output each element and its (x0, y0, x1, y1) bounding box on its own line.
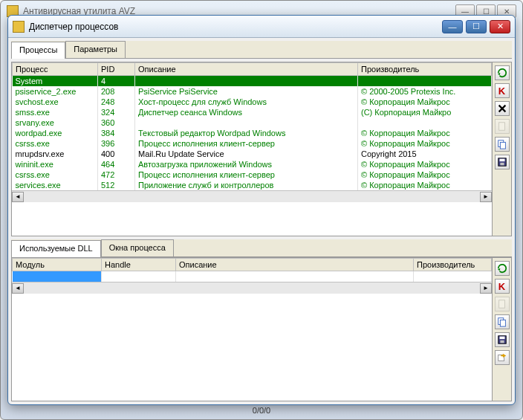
doc-icon (495, 297, 510, 311)
cell-name: System (13, 76, 98, 87)
process-row[interactable]: psiservice_2.exe208PsiService PsiService… (13, 86, 492, 97)
cell-vendor: © Корпорация Майкрос (358, 138, 492, 149)
cell-vendor (358, 76, 492, 87)
process-row[interactable]: srvany.exe360 (13, 117, 492, 128)
close-button[interactable]: ✕ (490, 20, 510, 33)
cell-name: mrupdsrv.exe (13, 149, 98, 159)
cell-desc: Mail.Ru Update Service (135, 149, 358, 159)
cell-name: csrss.exe (13, 169, 98, 180)
save-icon[interactable] (495, 155, 510, 169)
process-row[interactable]: csrss.exe396Процесс исполнения клиент-се… (13, 138, 492, 149)
cell-vendor: © Корпорация Майкрос (358, 128, 492, 138)
cell-pid: 4 (98, 76, 135, 87)
tab-top-1[interactable]: Параметры (65, 41, 126, 58)
cell-name: srvany.exe (13, 117, 98, 128)
cell-name: csrss.exe (13, 138, 98, 149)
copy-icon[interactable] (495, 137, 510, 152)
cell-desc: Автозагрузка приложений Windows (135, 159, 358, 169)
col-desc[interactable]: Описание (135, 63, 358, 76)
svg-rect-4 (499, 159, 504, 162)
cell-name: svchost.exe (13, 97, 98, 107)
col-dll-desc[interactable]: Описание (176, 259, 414, 271)
export-icon[interactable] (495, 350, 510, 365)
process-table: Процесс PID Описание Производитель Syste… (12, 62, 492, 190)
dll-table: Модуль Handle Описание Производитель (12, 258, 492, 282)
cell-vendor: © Корпорация Майкрос (358, 97, 492, 107)
cell-vendor: (C) Корпорация Майкро (358, 107, 492, 117)
refresh-icon[interactable] (495, 261, 510, 276)
maximize-button[interactable]: ☐ (466, 20, 487, 33)
process-row[interactable]: wordpad.exe384Текстовый редактор Wordpad… (13, 128, 492, 138)
cell-vendor: © Корпорация Майкрос (358, 159, 492, 169)
kill-icon[interactable] (495, 101, 510, 116)
col-vendor[interactable]: Производитель (358, 63, 492, 76)
dll-row[interactable] (13, 271, 492, 282)
tab-bottom-1[interactable]: Окна процесса (101, 239, 174, 256)
process-row[interactable]: csrss.exe472Процесс исполнения клиент-се… (13, 169, 492, 180)
cell-desc: Процесс исполнения клиент-сервер (135, 169, 358, 180)
tab-bottom-0[interactable]: Используемые DLL (11, 240, 101, 257)
scroll-left-icon[interactable]: ◄ (12, 192, 24, 202)
dll-table-wrap[interactable]: Модуль Handle Описание Производитель ◄ ► (12, 258, 492, 401)
tab-top-0[interactable]: Процессы (11, 42, 65, 59)
col-module[interactable]: Модуль (13, 259, 102, 271)
process-hscroll[interactable]: ◄ ► (12, 190, 492, 202)
process-row[interactable]: svchost.exe248Хост-процесс для служб Win… (13, 97, 492, 107)
minimize-button[interactable]: — (442, 20, 463, 33)
kaspersky-icon[interactable]: K (495, 279, 510, 294)
process-row[interactable]: mrupdsrv.exe400Mail.Ru Update ServiceCop… (13, 149, 492, 159)
copy-icon[interactable] (495, 314, 510, 329)
cell-pid: 384 (98, 128, 135, 138)
cell-desc: Хост-процесс для служб Windows (135, 97, 358, 107)
process-row[interactable]: wininit.exe464Автозагрузка приложений Wi… (13, 159, 492, 169)
kaspersky-icon[interactable]: K (495, 83, 510, 98)
cell-pid: 400 (98, 149, 135, 159)
cell-pid: 472 (98, 169, 135, 180)
svg-rect-8 (500, 320, 505, 326)
top-tab-bar: ПроцессыПараметры (11, 41, 512, 59)
svg-rect-10 (499, 337, 504, 340)
cell-pid: 512 (98, 180, 135, 190)
window-icon (13, 21, 25, 33)
cell-desc: Приложение служб и контроллеров (135, 180, 358, 190)
cell-desc (135, 76, 358, 87)
cell-vendor: Copyright 2015 (358, 149, 492, 159)
cell-desc (176, 271, 414, 282)
titlebar[interactable]: Диспетчер процессов — ☐ ✕ (8, 16, 515, 38)
process-row[interactable]: smss.exe324Диспетчер сеанса Windows(C) К… (13, 107, 492, 117)
cell-vendor (414, 271, 492, 282)
col-process[interactable]: Процесс (13, 63, 98, 76)
refresh-icon[interactable] (495, 65, 510, 80)
dll-panel: Модуль Handle Описание Производитель ◄ ► (11, 257, 512, 401)
process-row[interactable]: System4 (13, 76, 492, 87)
svg-rect-11 (500, 340, 504, 343)
doc-icon (495, 119, 510, 134)
cell-name: wininit.exe (13, 159, 98, 169)
scroll-right-icon[interactable]: ► (480, 192, 492, 202)
window-title: Диспетчер процессов (29, 22, 118, 32)
col-handle[interactable]: Handle (102, 259, 176, 271)
svg-rect-6 (498, 300, 504, 308)
process-row[interactable]: services.exe512Приложение служб и контро… (13, 180, 492, 190)
col-pid[interactable]: PID (98, 63, 135, 76)
process-manager-window: Диспетчер процессов — ☐ ✕ ПроцессыПараме… (7, 15, 516, 405)
svg-rect-2 (500, 142, 505, 149)
process-table-wrap[interactable]: Процесс PID Описание Производитель Syste… (12, 62, 492, 236)
cell-pid: 248 (98, 97, 135, 107)
cell-pid: 396 (98, 138, 135, 149)
cell-name: psiservice_2.exe (13, 86, 98, 97)
cell-vendor: © Корпорация Майкрос (358, 180, 492, 190)
cell-vendor: © Корпорация Майкрос (358, 169, 492, 180)
process-panel: Процесс PID Описание Производитель Syste… (11, 62, 512, 236)
dll-hscroll[interactable]: ◄ ► (12, 282, 492, 294)
cell-module (13, 271, 102, 282)
scroll-right-icon[interactable]: ► (480, 283, 492, 294)
content-area: ПроцессыПараметры Процесс PID Описание П… (8, 38, 515, 404)
cell-vendor (358, 117, 492, 128)
save-icon[interactable] (495, 332, 510, 347)
col-dll-vendor[interactable]: Производитель (414, 259, 492, 271)
scroll-left-icon[interactable]: ◄ (12, 283, 24, 294)
status-bar: 0/0/0 (1, 403, 522, 418)
cell-handle (102, 271, 176, 282)
cell-desc (135, 117, 358, 128)
